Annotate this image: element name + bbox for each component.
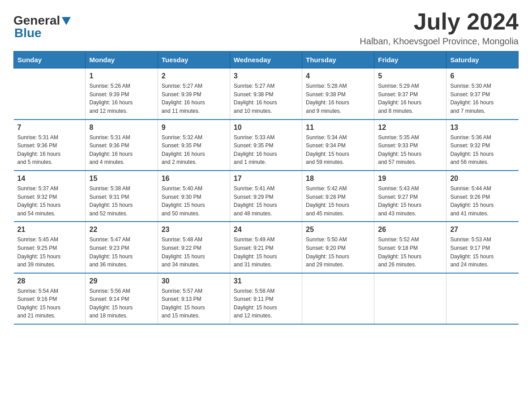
day-number: 27 bbox=[450, 226, 515, 234]
day-info: Sunrise: 5:50 AMSunset: 9:20 PMDaylight:… bbox=[306, 235, 370, 269]
calendar-header-tuesday: Tuesday bbox=[158, 51, 230, 68]
calendar-cell: 22Sunrise: 5:47 AMSunset: 9:23 PMDayligh… bbox=[86, 222, 158, 273]
day-info: Sunrise: 5:41 AMSunset: 9:29 PMDaylight:… bbox=[234, 184, 298, 218]
day-info: Sunrise: 5:38 AMSunset: 9:31 PMDaylight:… bbox=[89, 184, 154, 218]
day-info: Sunrise: 5:52 AMSunset: 9:18 PMDaylight:… bbox=[378, 235, 442, 269]
calendar-cell bbox=[446, 273, 519, 324]
day-info: Sunrise: 5:40 AMSunset: 9:30 PMDaylight:… bbox=[162, 184, 226, 218]
calendar-header-sunday: Sunday bbox=[14, 51, 86, 68]
day-number: 18 bbox=[306, 175, 370, 183]
day-number: 21 bbox=[17, 226, 82, 234]
calendar-week-4: 21Sunrise: 5:45 AMSunset: 9:25 PMDayligh… bbox=[14, 222, 519, 273]
calendar-week-2: 7Sunrise: 5:31 AMSunset: 9:36 PMDaylight… bbox=[14, 120, 519, 171]
day-number: 14 bbox=[17, 175, 82, 183]
day-info: Sunrise: 5:32 AMSunset: 9:35 PMDaylight:… bbox=[162, 133, 226, 167]
logo-blue-text: Blue bbox=[14, 26, 42, 40]
day-info: Sunrise: 5:35 AMSunset: 9:33 PMDaylight:… bbox=[378, 133, 442, 167]
calendar-header-row: SundayMondayTuesdayWednesdayThursdayFrid… bbox=[14, 51, 519, 68]
calendar-cell: 6Sunrise: 5:30 AMSunset: 9:37 PMDaylight… bbox=[446, 68, 519, 120]
day-info: Sunrise: 5:54 AMSunset: 9:16 PMDaylight:… bbox=[17, 287, 82, 320]
calendar-cell: 18Sunrise: 5:42 AMSunset: 9:28 PMDayligh… bbox=[302, 171, 374, 222]
day-number: 3 bbox=[234, 72, 298, 80]
calendar-cell: 31Sunrise: 5:58 AMSunset: 9:11 PMDayligh… bbox=[230, 273, 302, 324]
day-number: 26 bbox=[378, 226, 442, 234]
day-info: Sunrise: 5:31 AMSunset: 9:36 PMDaylight:… bbox=[89, 133, 154, 167]
calendar-header-saturday: Saturday bbox=[446, 51, 519, 68]
day-info: Sunrise: 5:27 AMSunset: 9:38 PMDaylight:… bbox=[234, 82, 298, 115]
day-info: Sunrise: 5:48 AMSunset: 9:22 PMDaylight:… bbox=[162, 235, 226, 269]
day-number: 29 bbox=[89, 277, 154, 285]
day-info: Sunrise: 5:31 AMSunset: 9:36 PMDaylight:… bbox=[17, 133, 82, 167]
calendar-cell: 8Sunrise: 5:31 AMSunset: 9:36 PMDaylight… bbox=[86, 120, 158, 171]
day-number: 5 bbox=[378, 72, 442, 80]
calendar-header-monday: Monday bbox=[86, 51, 158, 68]
calendar-cell bbox=[14, 68, 86, 120]
day-number: 2 bbox=[162, 72, 226, 80]
calendar-cell: 25Sunrise: 5:50 AMSunset: 9:20 PMDayligh… bbox=[302, 222, 374, 273]
calendar-cell: 3Sunrise: 5:27 AMSunset: 9:38 PMDaylight… bbox=[230, 68, 302, 120]
calendar-cell: 4Sunrise: 5:28 AMSunset: 9:38 PMDaylight… bbox=[302, 68, 374, 120]
calendar-cell bbox=[302, 273, 374, 324]
day-info: Sunrise: 5:43 AMSunset: 9:27 PMDaylight:… bbox=[378, 184, 442, 218]
calendar-cell: 11Sunrise: 5:34 AMSunset: 9:34 PMDayligh… bbox=[302, 120, 374, 171]
day-info: Sunrise: 5:53 AMSunset: 9:17 PMDaylight:… bbox=[450, 235, 515, 269]
calendar-header-friday: Friday bbox=[374, 51, 446, 68]
day-info: Sunrise: 5:56 AMSunset: 9:14 PMDaylight:… bbox=[89, 287, 154, 320]
day-number: 19 bbox=[378, 175, 442, 183]
day-number: 8 bbox=[89, 124, 154, 132]
day-number: 6 bbox=[450, 72, 515, 80]
calendar-cell: 17Sunrise: 5:41 AMSunset: 9:29 PMDayligh… bbox=[230, 171, 302, 222]
calendar-cell: 10Sunrise: 5:33 AMSunset: 9:35 PMDayligh… bbox=[230, 120, 302, 171]
calendar-cell: 16Sunrise: 5:40 AMSunset: 9:30 PMDayligh… bbox=[158, 171, 230, 222]
day-info: Sunrise: 5:45 AMSunset: 9:25 PMDaylight:… bbox=[17, 235, 82, 269]
calendar-cell bbox=[374, 273, 446, 324]
day-info: Sunrise: 5:26 AMSunset: 9:39 PMDaylight:… bbox=[89, 82, 154, 115]
calendar-cell: 26Sunrise: 5:52 AMSunset: 9:18 PMDayligh… bbox=[374, 222, 446, 273]
day-info: Sunrise: 5:34 AMSunset: 9:34 PMDaylight:… bbox=[306, 133, 370, 167]
calendar-cell: 30Sunrise: 5:57 AMSunset: 9:13 PMDayligh… bbox=[158, 273, 230, 324]
day-number: 10 bbox=[234, 124, 298, 132]
logo-triangle-icon bbox=[62, 17, 71, 25]
title-area: July 2024 Halban, Khoevsgoel Province, M… bbox=[360, 9, 519, 47]
calendar-cell: 5Sunrise: 5:29 AMSunset: 9:37 PMDaylight… bbox=[374, 68, 446, 120]
calendar-header-wednesday: Wednesday bbox=[230, 51, 302, 68]
calendar-cell: 28Sunrise: 5:54 AMSunset: 9:16 PMDayligh… bbox=[14, 273, 86, 324]
calendar-cell: 20Sunrise: 5:44 AMSunset: 9:26 PMDayligh… bbox=[446, 171, 519, 222]
calendar-week-1: 1Sunrise: 5:26 AMSunset: 9:39 PMDaylight… bbox=[14, 68, 519, 120]
day-number: 22 bbox=[89, 226, 154, 234]
day-number: 20 bbox=[450, 175, 515, 183]
day-number: 25 bbox=[306, 226, 370, 234]
day-number: 11 bbox=[306, 124, 370, 132]
calendar-cell: 19Sunrise: 5:43 AMSunset: 9:27 PMDayligh… bbox=[374, 171, 446, 222]
calendar-cell: 1Sunrise: 5:26 AMSunset: 9:39 PMDaylight… bbox=[86, 68, 158, 120]
day-info: Sunrise: 5:30 AMSunset: 9:37 PMDaylight:… bbox=[450, 82, 515, 115]
day-info: Sunrise: 5:44 AMSunset: 9:26 PMDaylight:… bbox=[450, 184, 515, 218]
day-number: 4 bbox=[306, 72, 370, 80]
day-number: 16 bbox=[162, 175, 226, 183]
calendar-cell: 2Sunrise: 5:27 AMSunset: 9:39 PMDaylight… bbox=[158, 68, 230, 120]
calendar-cell: 27Sunrise: 5:53 AMSunset: 9:17 PMDayligh… bbox=[446, 222, 519, 273]
day-info: Sunrise: 5:36 AMSunset: 9:32 PMDaylight:… bbox=[450, 133, 515, 167]
day-number: 30 bbox=[162, 277, 226, 285]
day-number: 1 bbox=[89, 72, 154, 80]
day-info: Sunrise: 5:42 AMSunset: 9:28 PMDaylight:… bbox=[306, 184, 370, 218]
calendar-cell: 7Sunrise: 5:31 AMSunset: 9:36 PMDaylight… bbox=[14, 120, 86, 171]
calendar-week-5: 28Sunrise: 5:54 AMSunset: 9:16 PMDayligh… bbox=[14, 273, 519, 324]
day-number: 15 bbox=[89, 175, 154, 183]
page-header: General Blue July 2024 Halban, Khoevsgoe… bbox=[13, 9, 519, 47]
day-number: 31 bbox=[234, 277, 298, 285]
day-number: 7 bbox=[17, 124, 82, 132]
day-info: Sunrise: 5:57 AMSunset: 9:13 PMDaylight:… bbox=[162, 287, 226, 320]
day-info: Sunrise: 5:27 AMSunset: 9:39 PMDaylight:… bbox=[162, 82, 226, 115]
day-number: 9 bbox=[162, 124, 226, 132]
day-number: 12 bbox=[378, 124, 442, 132]
calendar-cell: 15Sunrise: 5:38 AMSunset: 9:31 PMDayligh… bbox=[86, 171, 158, 222]
calendar-header-thursday: Thursday bbox=[302, 51, 374, 68]
day-number: 28 bbox=[17, 277, 82, 285]
calendar-cell: 12Sunrise: 5:35 AMSunset: 9:33 PMDayligh… bbox=[374, 120, 446, 171]
calendar-week-3: 14Sunrise: 5:37 AMSunset: 9:32 PMDayligh… bbox=[14, 171, 519, 222]
day-info: Sunrise: 5:28 AMSunset: 9:38 PMDaylight:… bbox=[306, 82, 370, 115]
month-title: July 2024 bbox=[360, 9, 519, 34]
day-info: Sunrise: 5:58 AMSunset: 9:11 PMDaylight:… bbox=[234, 287, 298, 320]
day-number: 17 bbox=[234, 175, 298, 183]
